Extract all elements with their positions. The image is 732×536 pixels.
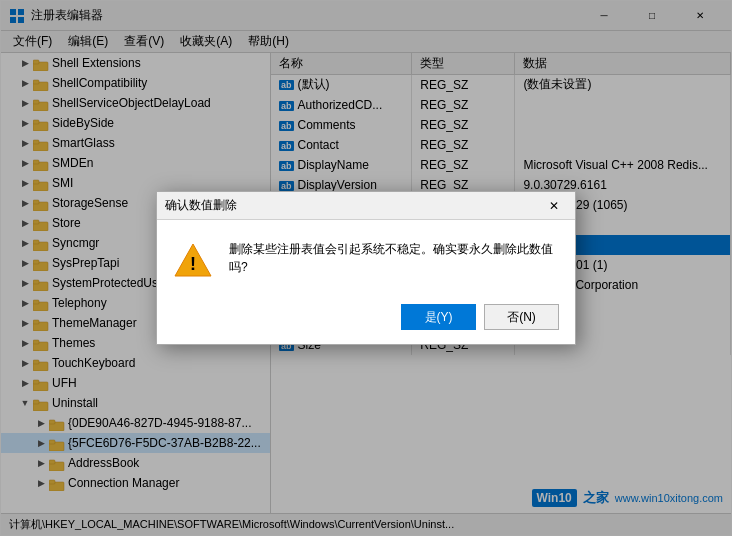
- svg-text:!: !: [190, 254, 196, 274]
- dialog-footer: 是(Y) 否(N): [157, 296, 575, 344]
- dialog-title-bar: 确认数值删除 ✕: [157, 192, 575, 220]
- dialog-message: 删除某些注册表值会引起系统不稳定。确实要永久删除此数值吗?: [229, 240, 559, 276]
- dialog-overlay: 确认数值删除 ✕ ! 删除某些注册表值会引起系统不稳定。确实要永久删除此数值吗?…: [1, 1, 731, 535]
- warning-icon: !: [173, 240, 213, 280]
- confirm-dialog: 确认数值删除 ✕ ! 删除某些注册表值会引起系统不稳定。确实要永久删除此数值吗?…: [156, 191, 576, 345]
- dialog-yes-button[interactable]: 是(Y): [401, 304, 476, 330]
- dialog-title: 确认数值删除: [165, 197, 541, 214]
- dialog-no-button[interactable]: 否(N): [484, 304, 559, 330]
- dialog-body: ! 删除某些注册表值会引起系统不稳定。确实要永久删除此数值吗?: [157, 220, 575, 296]
- main-window: 注册表编辑器 ─ □ ✕ 文件(F) 编辑(E) 查看(V) 收藏夹(A) 帮助…: [0, 0, 732, 536]
- dialog-close-button[interactable]: ✕: [541, 194, 567, 218]
